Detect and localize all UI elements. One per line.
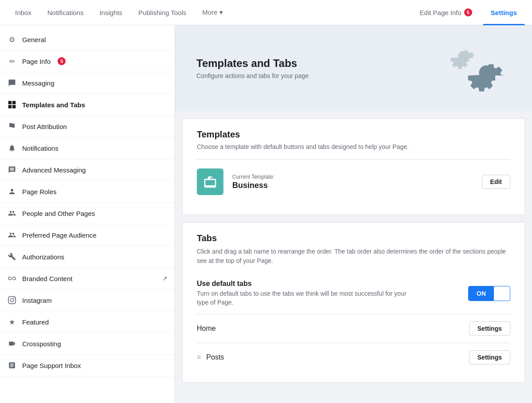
instagram-icon — [7, 295, 17, 305]
templates-section: Templates Choose a template with default… — [182, 118, 525, 215]
nav-insights[interactable]: Insights — [91, 0, 130, 25]
sidebar-label-featured: Featured — [22, 318, 49, 326]
toggle-off-label — [494, 290, 510, 297]
template-label: Current Template: — [232, 174, 473, 180]
gear-icon: ⚙ — [7, 35, 17, 44]
sidebar-item-crossposting[interactable]: Crossposting — [0, 333, 175, 355]
sidebar-item-people-and-other-pages[interactable]: People and Other Pages — [0, 203, 175, 224]
sidebar: ⚙ General ✏ Page Info 5 Messaging Templa… — [0, 25, 175, 403]
template-icon — [197, 168, 223, 195]
svg-rect-3 — [12, 105, 16, 109]
sidebar-item-instagram[interactable]: Instagram — [0, 290, 175, 311]
main-content: Templates and Tabs Configure actions and… — [175, 25, 532, 403]
hero-title: Templates and Tabs — [196, 57, 309, 70]
sidebar-label-templates: Templates and Tabs — [22, 101, 85, 109]
advanced-messaging-icon — [7, 165, 17, 175]
sidebar-label-preferred-page-audience: Preferred Page Audience — [22, 231, 97, 239]
sidebar-item-page-info[interactable]: ✏ Page Info 5 — [0, 51, 175, 72]
tab-row-posts: ≡ Posts Settings — [197, 343, 510, 372]
sidebar-item-page-support-inbox[interactable]: Page Support Inbox — [0, 355, 175, 376]
nav-notifications[interactable]: Notifications — [39, 0, 92, 25]
external-link-icon: ↗ — [162, 275, 168, 282]
preferred-audience-icon — [7, 230, 17, 240]
svg-rect-2 — [8, 105, 12, 109]
branded-content-icon — [7, 274, 17, 283]
sidebar-item-authorizations[interactable]: Authorizations — [0, 246, 175, 268]
sidebar-item-notifications[interactable]: Notifications — [0, 137, 175, 159]
nav-right: Edit Page Info 5 Settings — [415, 0, 525, 25]
sidebar-label-crossposting: Crossposting — [22, 340, 61, 348]
wrench-icon — [7, 252, 17, 262]
default-tabs-info: Use default tabs Turn on default tabs to… — [197, 280, 419, 307]
tab-row-home: Home Settings — [197, 314, 510, 343]
sidebar-item-templates-and-tabs[interactable]: Templates and Tabs — [0, 94, 175, 116]
sidebar-label-post-attribution: Post Attribution — [22, 123, 67, 130]
sidebar-label-instagram: Instagram — [22, 297, 52, 304]
toggle-on-label: ON — [469, 286, 494, 301]
page-layout: ⚙ General ✏ Page Info 5 Messaging Templa… — [0, 25, 532, 403]
svg-rect-1 — [12, 101, 16, 105]
hero-section: Templates and Tabs Configure actions and… — [175, 25, 532, 111]
nav-settings[interactable]: Settings — [483, 0, 525, 25]
sidebar-label-authorizations: Authorizations — [22, 253, 64, 261]
sidebar-label-advanced-messaging: Advanced Messaging — [22, 166, 86, 174]
sidebar-label-page-info: Page Info — [22, 58, 51, 65]
edit-page-info-label: Edit Page Info — [420, 9, 462, 16]
top-navigation: Inbox Notifications Insights Publishing … — [0, 0, 532, 25]
nav-more[interactable]: More ▾ — [194, 0, 231, 25]
sidebar-item-post-attribution[interactable]: Post Attribution — [0, 116, 175, 137]
bell-icon — [7, 143, 17, 153]
edit-page-info-badge: 5 — [464, 8, 472, 16]
sidebar-label-notifications: Notifications — [22, 145, 59, 152]
sidebar-label-page-support-inbox: Page Support Inbox — [22, 362, 81, 369]
tab-home-label: Home — [197, 325, 216, 333]
hero-gears — [440, 39, 511, 97]
sidebar-label-general: General — [22, 36, 46, 43]
video-icon — [7, 339, 17, 348]
people-icon — [7, 208, 17, 218]
nav-inbox[interactable]: Inbox — [7, 0, 39, 25]
svg-rect-0 — [8, 101, 12, 105]
template-card: Current Template: Business Edit — [197, 159, 510, 204]
tab-row-posts-left: ≡ Posts — [197, 353, 224, 361]
flag-icon — [7, 121, 17, 131]
templates-desc: Choose a template with default buttons a… — [197, 143, 510, 150]
tabs-title: Tabs — [197, 233, 510, 243]
tab-posts-label: Posts — [206, 353, 224, 361]
sidebar-item-advanced-messaging[interactable]: Advanced Messaging — [0, 159, 175, 181]
tab-home-settings-button[interactable]: Settings — [469, 321, 510, 336]
sidebar-label-messaging: Messaging — [22, 79, 55, 87]
tabs-desc: Click and drag a tab name to rearrange t… — [197, 247, 510, 266]
nav-left: Inbox Notifications Insights Publishing … — [7, 0, 415, 25]
sidebar-item-page-roles[interactable]: Page Roles — [0, 181, 175, 203]
templates-title: Templates — [197, 129, 510, 140]
star-icon: ★ — [7, 317, 17, 327]
tabs-section: Tabs Click and drag a tab name to rearra… — [182, 222, 525, 383]
default-tabs-description: Turn on default tabs to use the tabs we … — [197, 290, 419, 307]
tab-row-home-left: Home — [197, 325, 216, 333]
tab-posts-settings-button[interactable]: Settings — [469, 350, 510, 364]
person-icon — [7, 187, 17, 196]
sidebar-item-featured[interactable]: ★ Featured — [0, 311, 175, 333]
sidebar-item-messaging[interactable]: Messaging — [0, 72, 175, 94]
template-edit-button[interactable]: Edit — [482, 175, 510, 189]
edit-page-info-button[interactable]: Edit Page Info 5 — [415, 0, 477, 25]
drag-handle-icon[interactable]: ≡ — [197, 353, 201, 361]
briefcase-icon — [203, 175, 217, 189]
nav-publishing-tools[interactable]: Publishing Tools — [130, 0, 194, 25]
sidebar-item-branded-content[interactable]: Branded Content ↗ — [0, 268, 175, 290]
default-tabs-row: Use default tabs Turn on default tabs to… — [197, 274, 510, 314]
sidebar-label-people-other-pages: People and Other Pages — [22, 210, 95, 217]
hero-description: Configure actions and tabs for your page — [196, 72, 309, 79]
big-gear-icon — [462, 48, 511, 97]
page-info-badge: 5 — [58, 57, 66, 65]
messaging-icon — [7, 78, 17, 88]
hero-text: Templates and Tabs Configure actions and… — [196, 57, 309, 79]
sidebar-item-general[interactable]: ⚙ General — [0, 29, 175, 51]
grid-icon — [7, 100, 17, 110]
default-tabs-toggle[interactable]: ON — [468, 286, 510, 301]
default-tabs-label: Use default tabs — [197, 280, 419, 288]
sidebar-item-preferred-page-audience[interactable]: Preferred Page Audience — [0, 224, 175, 246]
template-info: Current Template: Business — [232, 174, 473, 190]
support-icon — [7, 360, 17, 370]
